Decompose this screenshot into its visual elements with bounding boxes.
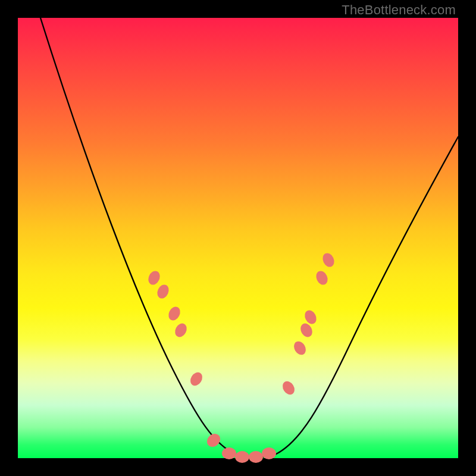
svg-point-9 (262, 447, 276, 459)
svg-point-6 (222, 447, 236, 459)
svg-point-5 (204, 431, 223, 449)
svg-point-11 (292, 339, 308, 357)
svg-point-7 (235, 451, 249, 463)
bottleneck-curve (40, 18, 458, 458)
svg-point-8 (249, 451, 263, 463)
highlight-dots (146, 251, 336, 463)
svg-point-3 (173, 321, 189, 339)
svg-point-2 (167, 305, 183, 322)
svg-point-12 (298, 321, 314, 339)
curve-layer (18, 18, 458, 458)
bottleneck-chart: TheBottleneck.com (0, 0, 476, 476)
plot-area (18, 18, 458, 458)
svg-point-15 (321, 251, 336, 268)
watermark-text: TheBottleneck.com (342, 2, 456, 18)
svg-point-1 (155, 283, 171, 300)
svg-point-10 (280, 379, 297, 397)
svg-point-14 (314, 269, 330, 286)
svg-point-13 (303, 308, 319, 326)
svg-point-0 (146, 269, 162, 286)
svg-point-4 (188, 370, 205, 388)
